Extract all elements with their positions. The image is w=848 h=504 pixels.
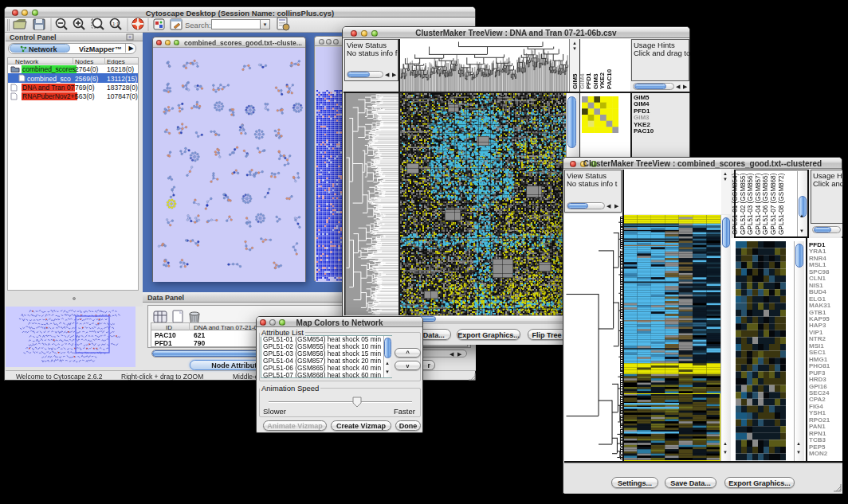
svg-text:1:1: 1:1 (112, 21, 120, 26)
